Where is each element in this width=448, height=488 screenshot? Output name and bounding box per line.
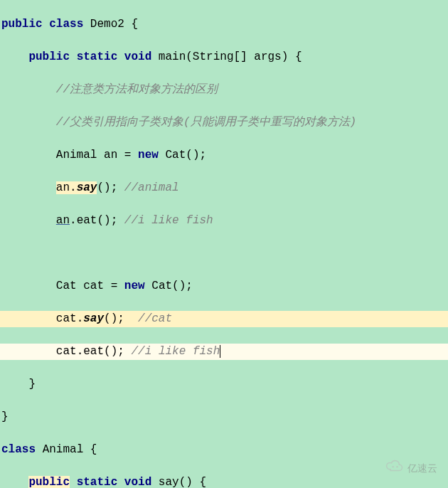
code-line: Animal an = new Cat(); [0, 147, 448, 164]
var-name: an [56, 181, 70, 194]
comment: //i like fish [124, 214, 213, 227]
keyword: public [1, 18, 43, 31]
method-name: main [159, 51, 186, 63]
class-name: Animal [43, 443, 84, 456]
method-call: eat [77, 214, 97, 227]
code-line: } [0, 409, 448, 425]
ctor: Cat() [151, 280, 186, 292]
code-line: //父类引用指向子类对象(只能调用子类中重写的对象方法) [0, 115, 448, 131]
keyword: public [28, 51, 70, 63]
semicolon: ; [111, 214, 118, 227]
keyword: new [138, 149, 159, 161]
highlight: an.say [56, 181, 97, 194]
op: = [104, 280, 124, 292]
keyword: void [124, 476, 151, 488]
underline: an [56, 214, 70, 227]
semicolon: ; [199, 149, 206, 161]
keyword: void [124, 51, 151, 63]
brace: { [90, 443, 97, 456]
code-line: public class Demo2 { [0, 16, 448, 33]
semicolon: ; [117, 345, 124, 358]
keyword: public [28, 476, 70, 488]
class-name: Demo2 [90, 18, 124, 31]
semicolon: ; [117, 312, 124, 325]
dot: . [77, 345, 84, 358]
code-line: public static void main(String[] args) { [0, 49, 448, 65]
code-line: an.eat(); //i like fish [0, 213, 448, 229]
keyword: class [49, 18, 83, 31]
dot: . [70, 181, 77, 194]
var-name: cat [83, 280, 104, 292]
comment: //cat [138, 312, 172, 325]
type-name: Animal [56, 149, 97, 161]
code-line: cat.eat(); //i like fish [0, 344, 448, 360]
call-parens: () [97, 181, 110, 194]
keyword: class [1, 443, 36, 456]
type-name: Cat [56, 280, 77, 292]
method-call: eat [83, 345, 104, 358]
keyword: static [77, 476, 118, 488]
code-line: class Animal { [0, 442, 448, 458]
comment: //注意类方法和对象方法的区别 [56, 83, 218, 96]
method-call: say [83, 312, 104, 325]
var-name: cat [56, 345, 77, 358]
semicolon: ; [111, 181, 118, 194]
var-name: cat [56, 312, 77, 325]
dot: . [70, 214, 77, 227]
brace: { [131, 18, 138, 31]
comment: //i like fish [131, 345, 220, 358]
keyword: static [77, 51, 118, 63]
method-call: say [77, 181, 97, 194]
brace: { [295, 51, 302, 63]
keyword: new [124, 280, 145, 292]
var-name: an [56, 214, 70, 227]
call-parens: () [179, 476, 193, 488]
brace: { [199, 476, 206, 488]
method-args: (String[] args) [186, 51, 288, 63]
dot: . [77, 312, 84, 325]
comment: //animal [124, 181, 179, 194]
op: = [117, 149, 138, 161]
code-block: public class Demo2 { public static void … [0, 0, 448, 488]
semicolon: ; [186, 280, 193, 292]
highlight: public [28, 476, 70, 488]
call-parens: () [97, 214, 110, 227]
comment: //父类引用指向子类对象(只能调用子类中重写的对象方法) [56, 116, 356, 129]
code-line: Cat cat = new Cat(); [0, 278, 448, 295]
code-line [0, 245, 448, 262]
var-name: an [104, 149, 117, 161]
call-parens: () [104, 345, 117, 358]
ctor: Cat() [165, 149, 199, 161]
method-name: say [159, 476, 179, 488]
brace: } [1, 410, 9, 423]
code-line: //注意类方法和对象方法的区别 [0, 82, 448, 98]
code-line: an.say(); //animal [0, 180, 448, 196]
code-line: cat.say(); //cat [0, 311, 448, 327]
code-line: } [0, 376, 448, 393]
call-parens: () [104, 312, 117, 325]
brace: } [28, 378, 36, 391]
code-line: public static void say() { [0, 474, 448, 488]
